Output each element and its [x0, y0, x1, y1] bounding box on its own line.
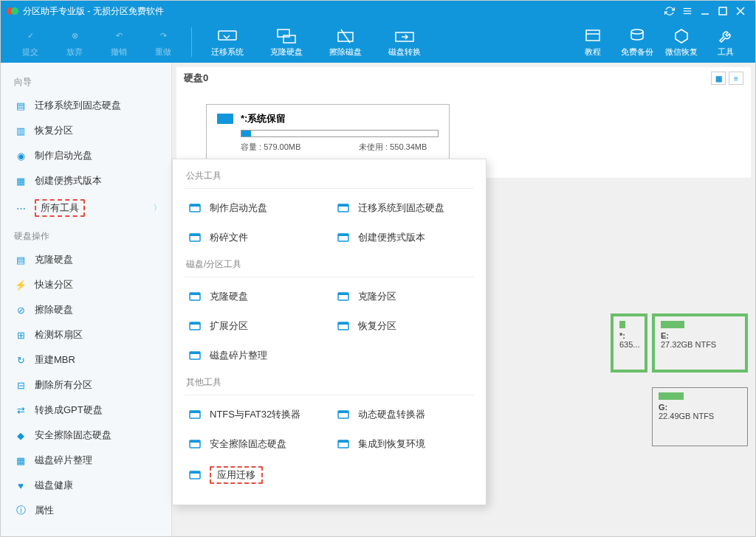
sidebar-item[interactable]: ⓘ属性	[1, 498, 171, 523]
svg-rect-24	[338, 234, 348, 236]
sidebar-item[interactable]: ▥恢复分区	[1, 118, 171, 143]
sidebar-icon: ⚡	[14, 278, 27, 291]
refresh-icon[interactable]	[661, 2, 678, 20]
sidebar-label: 检测坏扇区	[35, 328, 83, 342]
disk-header: 硬盘0 ▦ ≡	[176, 67, 751, 89]
popup-tool-item[interactable]: 克隆分区	[333, 283, 474, 310]
popup-tool-item[interactable]: NTFS与FAT32转换器	[185, 401, 326, 428]
svg-rect-40	[190, 440, 200, 443]
popup-tool-item[interactable]: 扩展分区	[185, 313, 326, 339]
popup-tool-item[interactable]: 应用迁移	[185, 460, 326, 490]
sidebar-item[interactable]: ▦创建便携式版本	[1, 168, 171, 193]
disk-strip-1: *:635... E:27.32GB NTFS	[611, 313, 748, 373]
sidebar-item[interactable]: ▤迁移系统到固态硬盘	[1, 93, 171, 118]
tool-icon	[336, 201, 351, 215]
sidebar-label: 快速分区	[35, 278, 73, 291]
partition-name: *:系统保留	[241, 112, 286, 125]
sidebar-label: 属性	[35, 504, 54, 517]
popup-tool-item[interactable]: 制作启动光盘	[185, 195, 326, 221]
sidebar-item[interactable]: ⋯所有工具〉	[1, 193, 171, 223]
clone-disk-button[interactable]: 克隆硬盘	[257, 24, 316, 60]
popup-tool-item[interactable]: 创建便携式版本	[333, 224, 474, 251]
sidebar-label: 擦除硬盘	[35, 303, 73, 316]
popup-tool-item[interactable]: 克隆硬盘	[185, 283, 326, 310]
sidebar-icon: ⇄	[14, 403, 27, 417]
sidebar-item[interactable]: ⊞检测坏扇区	[1, 322, 171, 347]
sidebar-item[interactable]: ♥磁盘健康	[1, 473, 171, 498]
svg-rect-44	[190, 471, 200, 474]
disk-icon	[217, 114, 233, 124]
close-button[interactable]	[732, 2, 749, 20]
popup-tool-item[interactable]: 迁移系统到固态硬盘	[333, 195, 474, 221]
discard-button[interactable]: ⊗放弃	[52, 24, 97, 60]
sidebar-icon: ⊘	[14, 303, 27, 316]
tool-label: 迁移系统到固态硬盘	[358, 201, 444, 215]
sidebar-item[interactable]: ⚡快速分区	[1, 272, 171, 297]
popup-tool-item[interactable]: 磁盘碎片整理	[185, 342, 326, 369]
commit-button[interactable]: ✓提交	[8, 24, 52, 60]
partition-block[interactable]: E:27.32GB NTFS	[652, 313, 748, 373]
sidebar-icon: ⊟	[14, 378, 27, 392]
sidebar-item[interactable]: ⊟删除所有分区	[1, 373, 171, 398]
list-view-button[interactable]: ≡	[729, 72, 743, 85]
svg-rect-34	[190, 352, 200, 354]
minimize-button[interactable]	[696, 2, 714, 20]
disk-convert-button[interactable]: 磁盘转换	[375, 24, 434, 60]
redo-button[interactable]: ↷重做	[141, 24, 185, 60]
tools-button[interactable]: 工具	[704, 24, 748, 60]
svg-rect-18	[190, 204, 200, 207]
maximize-button[interactable]	[714, 2, 732, 20]
popup-tool-item[interactable]: 安全擦除固态硬盘	[185, 431, 326, 457]
capacity-value: 579.00MB	[264, 142, 300, 151]
migrate-os-button[interactable]: 迁移系统	[198, 24, 257, 60]
popup-section-public: 公共工具	[185, 168, 474, 189]
sidebar-item[interactable]: ◆安全擦除固态硬盘	[1, 423, 171, 448]
sidebar-item[interactable]: ⇄转换成GPT硬盘	[1, 398, 171, 423]
tool-label: 应用迁移	[210, 466, 263, 484]
tool-label: 动态硬盘转换器	[358, 408, 425, 421]
tutorial-button[interactable]: 教程	[571, 24, 615, 60]
sidebar: 向导 ▤迁移系统到固态硬盘▥恢复分区◉制作启动光盘▦创建便携式版本⋯所有工具〉 …	[1, 63, 172, 536]
free-backup-button[interactable]: 免费备份	[615, 24, 659, 60]
sidebar-item[interactable]: ▦磁盘碎片整理	[1, 448, 171, 473]
sidebar-icon: ◉	[14, 149, 27, 162]
popup-tool-item[interactable]: 集成到恢复环境	[333, 431, 474, 457]
grid-view-button[interactable]: ▦	[711, 72, 726, 85]
tool-label: 创建便携式版本	[358, 231, 425, 244]
tool-label: 粉碎文件	[210, 231, 248, 244]
sidebar-label: 安全擦除固态硬盘	[35, 429, 111, 442]
partition-block[interactable]: G:22.49GB NTFS	[652, 387, 748, 446]
sidebar-label: 转换成GPT硬盘	[35, 403, 103, 417]
sidebar-item[interactable]: ⊘擦除硬盘	[1, 297, 171, 322]
chevron-right-icon: 〉	[154, 203, 161, 213]
sidebar-section-wizard: 向导	[1, 69, 171, 93]
tool-icon	[188, 319, 202, 333]
partition-block[interactable]: *:635...	[611, 313, 647, 373]
tool-label: NTFS与FAT32转换器	[210, 408, 300, 421]
partition-box[interactable]: *:系统保留 容量 : 579.00MB 未使用 : 550.34MB	[206, 104, 450, 161]
menu-icon[interactable]	[678, 2, 696, 20]
sidebar-label: 磁盘碎片整理	[35, 454, 92, 467]
sidebar-section-diskops: 硬盘操作	[1, 223, 171, 247]
svg-rect-42	[338, 440, 348, 443]
svg-rect-32	[338, 322, 348, 325]
svg-rect-20	[338, 204, 348, 207]
svg-rect-28	[338, 293, 348, 295]
tool-icon	[188, 348, 202, 363]
svg-point-16	[631, 30, 643, 34]
sidebar-item[interactable]: ▤克隆硬盘	[1, 247, 171, 272]
popup-tool-item[interactable]: 动态硬盘转换器	[333, 401, 474, 428]
titlebar: 分区助手专业版 - 无损分区免费软件	[1, 1, 755, 21]
popup-tool-item[interactable]: 恢复分区	[333, 313, 474, 339]
tool-icon	[336, 437, 351, 451]
tool-label: 安全擦除固态硬盘	[210, 437, 286, 451]
wechat-recovery-button[interactable]: 微信恢复	[659, 24, 704, 60]
sidebar-icon: ⋯	[14, 201, 27, 215]
popup-section-other: 其他工具	[185, 369, 474, 395]
sidebar-icon: ▤	[14, 253, 27, 266]
sidebar-item[interactable]: ↻重建MBR	[1, 347, 171, 373]
sidebar-item[interactable]: ◉制作启动光盘	[1, 143, 171, 168]
popup-tool-item[interactable]: 粉碎文件	[185, 224, 326, 251]
undo-button[interactable]: ↶撤销	[97, 24, 141, 60]
wipe-disk-button[interactable]: 擦除磁盘	[316, 24, 375, 60]
